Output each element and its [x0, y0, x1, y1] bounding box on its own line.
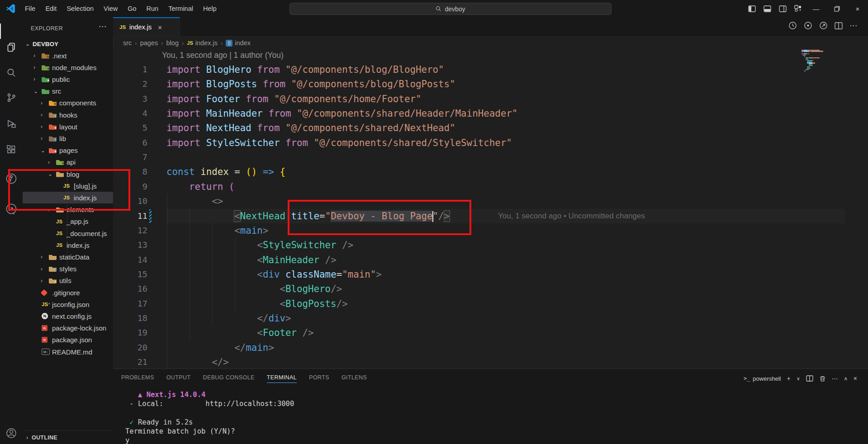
line-number[interactable]: 18 — [116, 311, 147, 326]
tree-folder-lib[interactable]: ›▮lib — [23, 132, 113, 144]
code-line[interactable]: </> — [166, 355, 229, 368]
panel-tab-debug-console[interactable]: DEBUG CONSOLE — [203, 374, 254, 383]
panel-tab-ports[interactable]: PORTS — [309, 374, 329, 383]
menu-terminal[interactable]: Terminal — [163, 5, 198, 12]
line-number[interactable]: 16 — [116, 282, 147, 296]
tree-file--app-js[interactable]: JS_app.js — [23, 216, 113, 227]
gitlens-codelens-blame[interactable]: You, 1 second ago | 1 author (You) — [162, 51, 284, 60]
menu-selection[interactable]: Selection — [62, 5, 99, 12]
code-line[interactable]: <NextHead title="Devboy - Blog Page"/>Yo… — [166, 209, 845, 223]
code-line[interactable]: import MainHeader from "@/components/sha… — [166, 106, 517, 121]
code-line[interactable]: import StyleSwitcher from "@/components/… — [166, 136, 512, 150]
line-number[interactable]: 13 — [116, 238, 147, 252]
panel-more-actions-icon[interactable]: ⋯ — [832, 375, 838, 382]
search-view-icon[interactable] — [0, 65, 23, 81]
tree-folder-staticdata[interactable]: ›staticData — [23, 251, 113, 263]
command-center-search[interactable]: devboy — [289, 3, 612, 15]
minimap[interactable] — [802, 50, 838, 72]
code-line[interactable]: <BlogPosts/> — [166, 297, 348, 311]
minimize-button[interactable]: — — [806, 0, 826, 17]
source-control-icon[interactable] — [0, 90, 23, 106]
tree-folder--next[interactable]: ›N.next — [23, 50, 113, 61]
code-line[interactable]: <Footer /> — [166, 326, 314, 340]
code-line[interactable]: <MainHeader /> — [166, 253, 337, 267]
tree-file-jsconfig-json[interactable]: JS*jsconfig.json — [23, 298, 113, 310]
accounts-icon[interactable] — [0, 425, 23, 441]
project-root-row[interactable]: ⌄ DEVBOY — [23, 38, 113, 50]
menu-help[interactable]: Help — [198, 5, 222, 12]
line-number[interactable]: 11 — [116, 209, 147, 223]
tree-file-next-config-js[interactable]: Nnext.config.js — [23, 310, 113, 322]
breadcrumb-item-index-js[interactable]: JSindex.js — [187, 39, 218, 47]
tree-folder-pages[interactable]: ⌄●pages — [23, 145, 113, 156]
line-number[interactable]: 3 — [116, 92, 147, 106]
extensions-icon[interactable] — [0, 142, 23, 158]
terminal-output[interactable]: ▲ Next.js 14.0.4 - Local: http://localho… — [125, 390, 294, 444]
tree-folder-utils[interactable]: ›●utils — [23, 275, 113, 287]
toggle-secondary-sidebar-icon[interactable] — [775, 0, 790, 17]
breadcrumb-item-pages[interactable]: pages — [140, 39, 158, 47]
menu-file[interactable]: File — [20, 5, 40, 12]
menu-view[interactable]: View — [99, 5, 123, 12]
breadcrumb-item-src[interactable]: src — [123, 39, 132, 47]
tree-folder-api[interactable]: ›●api — [23, 156, 113, 168]
tree-folder-layout[interactable]: ›●layout — [23, 121, 113, 132]
gitlens-graph-icon[interactable] — [804, 21, 812, 30]
code-line[interactable]: <> — [166, 194, 223, 208]
gitlens-blame-icon[interactable] — [788, 21, 797, 30]
tree-file-index-js[interactable]: JSindex.js — [23, 239, 113, 251]
tab-close-icon[interactable]: × — [158, 24, 162, 31]
line-number[interactable]: 19 — [116, 326, 147, 340]
code-line[interactable]: </main> — [166, 340, 274, 355]
line-number[interactable]: 21 — [116, 355, 147, 368]
line-number[interactable]: 14 — [116, 253, 147, 267]
tree-file-package-json[interactable]: npackage.json — [23, 334, 113, 346]
outline-section-header[interactable]: › OUTLINE — [23, 430, 113, 444]
tree-folder-node-modules[interactable]: ›●node_modules — [23, 61, 113, 73]
code-line[interactable]: return ( — [166, 179, 234, 194]
split-terminal-icon[interactable] — [806, 375, 813, 382]
explorer-icon[interactable] — [0, 39, 23, 55]
code-line[interactable]: <BlogHero/> — [166, 282, 342, 296]
line-number[interactable]: 7 — [116, 150, 147, 165]
code-line[interactable]: <main> — [166, 223, 268, 238]
explorer-more-actions-icon[interactable]: ⋯ — [99, 22, 106, 31]
code-line[interactable]: const index = () => { — [166, 165, 285, 179]
code-editor[interactable]: You, 1 second ago | 1 author (You) 12345… — [113, 50, 859, 368]
line-number[interactable]: 1 — [116, 62, 147, 77]
tree-folder-public[interactable]: ›●public — [23, 73, 113, 85]
panel-tab-output[interactable]: OUTPUT — [166, 374, 191, 383]
open-changes-icon[interactable] — [819, 21, 828, 30]
tab-index-js[interactable]: JS index.js × — [113, 17, 180, 36]
kill-terminal-icon[interactable] — [819, 375, 826, 382]
run-and-debug-icon[interactable] — [0, 116, 23, 132]
tree-folder-hooks[interactable]: ›●hooks — [23, 109, 113, 121]
line-number[interactable]: 12 — [116, 223, 147, 238]
restore-button[interactable] — [826, 0, 847, 17]
launch-profile-chevron-icon[interactable]: ∨ — [797, 376, 800, 382]
line-number[interactable]: 17 — [116, 297, 147, 311]
toggle-primary-sidebar-icon[interactable] — [744, 0, 759, 17]
maximize-panel-icon[interactable]: ∧ — [844, 376, 848, 382]
close-window-button[interactable]: × — [847, 0, 868, 17]
shell-selector[interactable]: >_ powershell — [744, 375, 781, 382]
tree-file-readme-md[interactable]: M↓README.md — [23, 346, 113, 358]
panel-tab-problems[interactable]: PROBLEMS — [121, 374, 154, 383]
menu-go[interactable]: Go — [123, 5, 141, 12]
customize-layout-icon[interactable] — [790, 0, 806, 17]
code-line[interactable]: import NextHead from "@/components/share… — [166, 121, 455, 135]
line-number[interactable]: 20 — [116, 340, 147, 355]
menu-run[interactable]: Run — [142, 5, 164, 12]
code-line[interactable]: </div> — [166, 311, 291, 326]
line-number[interactable]: 15 — [116, 267, 147, 282]
menu-edit[interactable]: Edit — [40, 5, 62, 12]
more-actions-icon[interactable]: ⋯ — [849, 21, 857, 30]
code-line[interactable]: import BlogHero from "@/components/blog/… — [166, 62, 444, 77]
line-number[interactable]: 5 — [116, 121, 147, 135]
split-editor-icon[interactable] — [835, 22, 843, 29]
breadcrumb-item-index[interactable]: {}index — [226, 39, 251, 47]
code-line[interactable]: import Footer from "@/components/home/Fo… — [166, 92, 421, 106]
tree-folder-components[interactable]: ›◆components — [23, 97, 113, 109]
tree-file-package-lock-json[interactable]: npackage-lock.json — [23, 322, 113, 334]
close-panel-icon[interactable]: × — [854, 375, 857, 382]
